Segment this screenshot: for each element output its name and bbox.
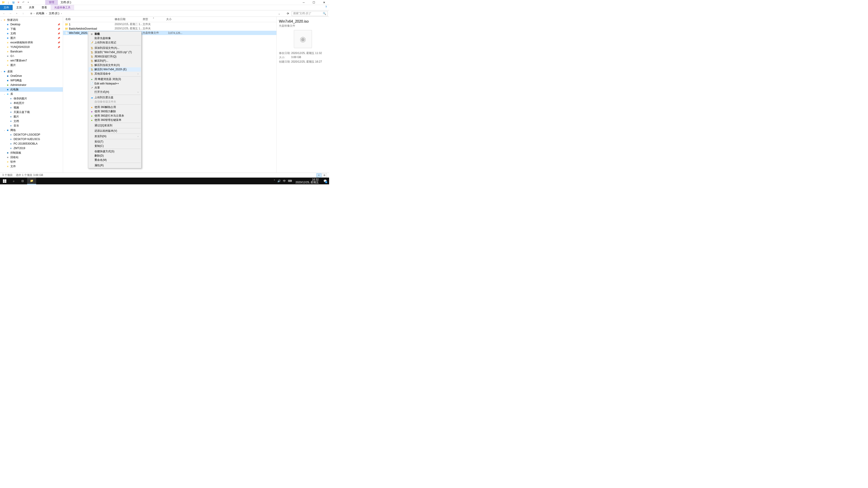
tree-item[interactable]: ⌄★快速访问 — [0, 18, 63, 22]
explorer-taskbar-button[interactable]: 📁 — [27, 177, 36, 184]
context-menu-item[interactable]: 📄Edit with Notepad++ — [89, 81, 141, 86]
context-menu-item[interactable]: 创建快捷方式(S) — [89, 149, 141, 154]
tab-disc-image-tools[interactable]: 光盘映像工具 — [51, 5, 74, 10]
context-menu-item[interactable]: ●使用 360强力删除 — [89, 109, 141, 113]
context-menu-item[interactable]: ↗共享 — [89, 86, 141, 90]
context-menu-item[interactable]: 🗜添加到压缩文件(A)... — [89, 46, 141, 50]
context-menu-item[interactable]: ◉装载 — [89, 32, 141, 36]
column-header-size[interactable]: 大小 — [166, 18, 184, 21]
tree-item[interactable]: ■win7重装win7 — [0, 58, 63, 63]
view-icons-button[interactable]: ⊞ — [322, 173, 327, 177]
context-menu-item[interactable]: 打开方式(H)› — [89, 90, 141, 94]
context-menu-item[interactable]: ●用 蜂蜜浏览器 浏览(3) — [89, 77, 141, 81]
chevron-right-icon[interactable]: › — [33, 12, 35, 15]
tree-item[interactable]: ⌄■网络 — [0, 128, 63, 132]
file-row[interactable]: 📁BaiduNetdiskDownload2020/12/25, 星期五 1..… — [63, 26, 276, 31]
tree-item[interactable]: ■文档📌 — [0, 31, 63, 36]
undo-icon[interactable]: ↶ — [21, 0, 25, 4]
notifications-button[interactable]: 💬3 — [322, 178, 328, 184]
context-menu-item[interactable]: ☁上传到百度云盘 — [89, 95, 141, 100]
search-input[interactable]: 搜索"文档 (E:)" 🔍 — [291, 11, 328, 16]
nav-up-button[interactable]: ↑ — [20, 11, 26, 16]
tree-item[interactable]: ■下载📌 — [0, 27, 63, 31]
navigation-tree[interactable]: ⌄★快速访问■Desktop📌■下载📌■文档📌■图片📌■excel表格制作求和📌… — [0, 17, 63, 173]
context-menu-item[interactable]: 📝上传到有道云笔记 — [89, 40, 141, 45]
tree-item[interactable]: ■DESKTOP-NJEU3CG — [0, 137, 63, 141]
context-menu-item[interactable]: 剪切(T) — [89, 140, 141, 144]
qat-dropdown-icon[interactable]: ▼ — [26, 0, 30, 4]
nav-forward-button[interactable]: → — [8, 11, 13, 16]
breadcrumb-segment[interactable]: 此电脑 — [35, 11, 45, 16]
context-menu-item[interactable]: 发送到(N)› — [89, 134, 141, 138]
tree-item[interactable]: ■天翼云盘下载 — [0, 110, 63, 114]
close-button[interactable]: ✕ — [319, 0, 329, 5]
view-details-button[interactable]: ≡ — [316, 173, 321, 177]
save-icon[interactable]: 🖫 — [11, 0, 16, 4]
tree-item[interactable]: ■本机照片 — [0, 101, 63, 105]
tree-item[interactable]: ⌄■库 — [0, 92, 63, 96]
tab-share[interactable]: 共享 — [25, 5, 38, 10]
tree-item[interactable]: ■PC-20190530OBLA — [0, 141, 63, 146]
chevron-icon[interactable]: ⌄ — [3, 93, 6, 95]
tree-item[interactable]: ■图片📌 — [0, 36, 63, 40]
maximize-button[interactable]: ☐ — [309, 0, 319, 5]
tab-home[interactable]: 主页 — [13, 5, 25, 10]
tab-file[interactable]: 文件 — [0, 5, 13, 10]
context-menu-item[interactable]: 🗜解压到(F)... — [89, 59, 141, 63]
ime-mode-icon[interactable]: ⌨ — [288, 180, 292, 183]
tree-item[interactable]: ■G:\ — [0, 54, 63, 58]
chevron-icon[interactable]: ⌄ — [3, 129, 6, 131]
tree-item[interactable]: ■音乐 — [0, 123, 63, 128]
context-menu-item[interactable]: 重命名(M) — [89, 158, 141, 162]
chevron-right-icon[interactable]: › — [61, 12, 62, 15]
tray-chevron-up-icon[interactable]: ˄ — [274, 180, 275, 183]
search-icon[interactable]: 🔍 — [323, 12, 326, 15]
column-header-name[interactable]: 名称 — [64, 18, 115, 21]
tree-item[interactable]: ■WPS网盘 — [0, 78, 63, 83]
column-header-date[interactable]: 修改日期 — [115, 18, 143, 21]
help-icon[interactable]: ? — [325, 5, 327, 8]
start-button[interactable] — [0, 177, 9, 184]
tree-item[interactable]: ■Administrator — [0, 83, 63, 87]
monitor-icon[interactable]: 🖥 — [30, 12, 33, 15]
task-view-button[interactable]: ⊡ — [18, 177, 27, 184]
breadcrumb[interactable]: 🖥 › 此电脑 › 文档 (E:) › ⌄ — [28, 10, 283, 17]
context-menu-item[interactable]: 还原以前的版本(V) — [89, 129, 141, 133]
context-menu-item[interactable]: 🗜用360压缩打开(Q) — [89, 55, 141, 59]
context-menu-item[interactable]: ●使用 360管理右键菜单 — [89, 118, 141, 122]
volume-icon[interactable]: 🔊 — [277, 180, 281, 183]
search-button[interactable]: ⌕ — [9, 177, 18, 184]
context-menu-item[interactable]: 复制(C) — [89, 144, 141, 148]
chevron-icon[interactable]: ⌄ — [0, 19, 3, 21]
tree-item[interactable]: ■YUNQISHI2019📌 — [0, 45, 63, 49]
context-menu-item[interactable]: 🗜其他压缩命令› — [89, 72, 141, 76]
tree-item[interactable]: ■图片 — [0, 114, 63, 119]
tree-item[interactable]: ■回收站 — [0, 155, 63, 160]
nav-back-button[interactable]: ← — [1, 11, 7, 16]
chevron-icon[interactable]: ⌄ — [0, 70, 3, 72]
tree-item[interactable]: ■文件 — [0, 164, 63, 168]
ime-indicator[interactable]: 中 — [283, 179, 286, 183]
context-menu-item[interactable]: ●使用 360解除占用 — [89, 105, 141, 109]
tree-item[interactable]: ⌄■桌面 — [0, 69, 63, 74]
context-menu-item[interactable]: 删除(D) — [89, 154, 141, 158]
tree-item[interactable]: ■保存的图片 — [0, 96, 63, 101]
tree-item[interactable]: ■DESKTOP-LSSOEDP — [0, 132, 63, 137]
column-headers[interactable]: ▴ 名称 修改日期 类型 大小 — [63, 17, 276, 22]
tree-item[interactable]: ■视频 — [0, 105, 63, 110]
context-menu-item[interactable]: ●使用 360进行木马云查杀 — [89, 113, 141, 118]
tree-item[interactable]: ■OneDrive — [0, 74, 63, 78]
tree-item[interactable]: ■文档 — [0, 119, 63, 123]
tree-item[interactable]: ■控制面板 — [0, 151, 63, 155]
chevron-down-icon[interactable]: ⌄ — [277, 12, 281, 15]
file-row[interactable]: 📁12020/12/15, 星期二 1...文件夹 — [63, 22, 276, 26]
tree-item[interactable]: ■excel表格制作求和📌 — [0, 40, 63, 45]
tab-view[interactable]: 查看 — [38, 5, 51, 10]
breadcrumb-segment[interactable]: 文档 (E:) — [48, 11, 60, 16]
column-header-type[interactable]: 类型 — [143, 18, 166, 21]
chevron-right-icon[interactable]: › — [46, 12, 47, 15]
context-menu-item[interactable]: 通过QQ发送到 — [89, 123, 141, 128]
taskbar-clock[interactable]: 16:32 2020/12/25, 星期五 — [294, 178, 320, 184]
delete-icon[interactable]: ✕ — [16, 0, 20, 4]
context-menu-item[interactable]: 🗜添加到 "Win7x64_2020.zip" (T) — [89, 50, 141, 55]
